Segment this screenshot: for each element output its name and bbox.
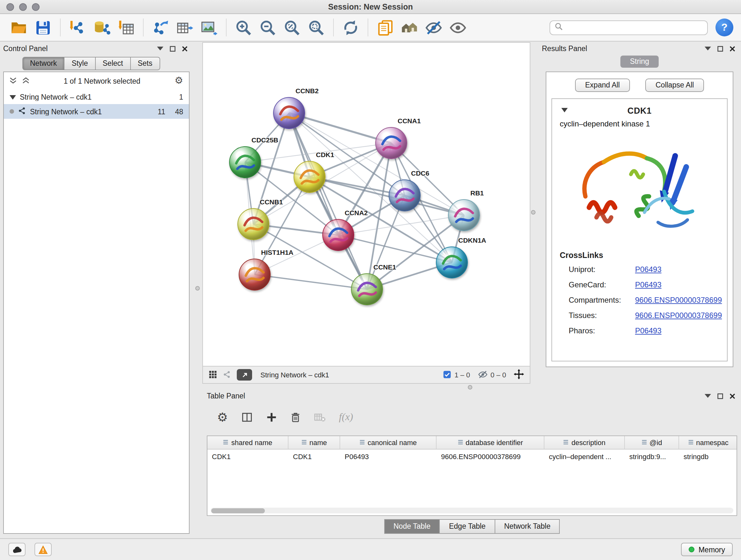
caret-down-icon[interactable] [561,108,568,112]
tab-style[interactable]: Style [64,57,95,70]
eye-button[interactable] [447,17,469,38]
trash-icon[interactable] [290,412,300,422]
network-node-HIST1H1A[interactable] [239,259,271,291]
open-in-window-button[interactable] [237,369,252,381]
export-table-button[interactable] [174,17,196,38]
zoom-selected-button[interactable] [305,17,327,38]
network-collection-row[interactable]: String Network – cdk1 1 [4,89,189,104]
share-icon[interactable] [223,370,231,380]
column-header[interactable]: namespac [679,436,737,449]
add-row-plus-icon[interactable] [266,412,277,422]
columns-icon[interactable] [241,412,253,422]
import-network-file-button[interactable] [66,17,89,38]
zoom-in-button[interactable] [232,17,255,38]
search-input[interactable] [566,23,703,31]
network-node-CDC6[interactable] [389,179,421,211]
float-panel-icon[interactable] [718,393,723,399]
horizontal-scrollbar[interactable] [211,508,733,513]
tab-select[interactable]: Select [96,57,131,70]
houses-button[interactable] [398,17,421,38]
chevron-down-icon[interactable] [704,47,711,51]
expand-all-button[interactable]: Expand All [575,78,630,92]
grid-icon[interactable] [209,370,217,380]
network-node-CCNE1[interactable] [351,273,383,305]
memory-button[interactable]: Memory [681,543,733,556]
gear-icon[interactable]: ⚙ [217,411,228,423]
import-table-button[interactable] [115,17,137,38]
table-row[interactable]: CDK1CDK1P064939606.ENSP00000378699cyclin… [207,449,737,463]
open-folder-button[interactable] [8,17,30,38]
export-network-button[interactable] [149,17,172,38]
export-image-button[interactable] [198,17,220,38]
table-cell[interactable]: 9606.ENSP00000378699 [436,449,544,463]
import-network-database-button[interactable] [91,17,113,38]
crosslink-value-link[interactable]: P06493 [635,326,662,335]
left-splitter-handle[interactable] [195,286,200,291]
column-header[interactable]: name [288,436,340,449]
collapse-all-button[interactable]: Collapse All [645,78,704,92]
search-box[interactable] [549,20,708,35]
refresh-button[interactable] [340,17,362,38]
maximize-window-button[interactable] [32,3,40,11]
crosslink-row: GeneCard:P06493 [569,277,721,293]
crosslink-value-link[interactable]: P06493 [635,265,662,274]
chevron-down-icon[interactable] [704,394,711,398]
close-panel-icon[interactable] [182,46,188,51]
column-header[interactable]: description [544,436,625,449]
tab-edge-table[interactable]: Edge Table [440,519,495,534]
crosslink-value-link[interactable]: P06493 [635,280,662,289]
collapse-all-icon[interactable] [10,77,17,84]
table-cell[interactable]: stringdb:9... [625,449,679,463]
close-window-button[interactable] [6,3,14,11]
right-splitter-handle[interactable] [531,210,536,214]
save-button[interactable] [32,17,54,38]
zoom-fit-button[interactable] [281,17,303,38]
network-node-CCNB1[interactable] [238,208,269,240]
crosslink-value-link[interactable]: 9606.ENSP00000378699 [635,311,722,320]
tab-network-table[interactable]: Network Table [495,519,560,534]
cloud-button[interactable] [8,543,25,556]
chevron-down-icon[interactable] [157,47,163,51]
minimize-window-button[interactable] [19,3,27,11]
column-header[interactable]: @id [625,436,679,449]
network-node-CCNB2[interactable] [273,97,305,129]
column-header[interactable]: shared name [207,436,288,449]
network-canvas[interactable]: CCNB2CCNA1CDC25BCDK1CDC6RB1CCNB1CCNA2CDK… [202,42,530,367]
column-header[interactable]: database identifier [436,436,544,449]
close-panel-icon[interactable] [730,393,735,399]
table-cell[interactable]: P06493 [340,449,436,463]
gear-icon[interactable]: ⚙ [175,76,183,85]
table-cell[interactable]: cyclin–dependent ... [544,449,625,463]
warning-button[interactable] [35,543,52,556]
expand-all-icon[interactable] [22,77,29,84]
tab-node-table[interactable]: Node Table [384,519,440,534]
table-cell[interactable]: stringdb [679,449,737,463]
float-panel-icon[interactable] [170,46,176,51]
network-node-CDC25B[interactable] [229,146,261,178]
network-node-CCNA1[interactable] [375,127,407,159]
tab-sets[interactable]: Sets [131,57,160,70]
selected-checkbox-icon[interactable] [443,370,451,380]
network-node-CDK1[interactable] [293,161,326,193]
scrollbar-thumb[interactable] [211,508,265,513]
table-cell[interactable]: CDK1 [288,449,340,463]
bottom-splitter-handle[interactable] [468,385,472,389]
documents-button[interactable] [374,17,396,38]
eye-slash-button[interactable] [422,17,445,38]
zoom-out-button[interactable] [257,17,279,38]
table-cell[interactable]: CDK1 [207,449,288,463]
network-node-RB1[interactable] [448,199,480,231]
close-panel-icon[interactable] [730,46,735,51]
network-row[interactable]: String Network – cdk1 11 48 [4,104,189,119]
hidden-eye-slash-icon[interactable] [478,369,487,380]
tab-string[interactable]: String [620,56,659,68]
tab-network[interactable]: Network [22,57,64,70]
move-crosshair-icon[interactable] [514,369,524,381]
float-panel-icon[interactable] [718,46,723,51]
caret-down-icon[interactable] [10,93,16,101]
crosslink-value-link[interactable]: 9606.ENSP00000378699 [635,296,722,305]
network-node-CCNA2[interactable] [322,219,354,251]
column-header[interactable]: canonical name [340,436,436,449]
help-button[interactable]: ? [716,18,733,37]
network-node-CDKN1A[interactable] [436,246,468,278]
